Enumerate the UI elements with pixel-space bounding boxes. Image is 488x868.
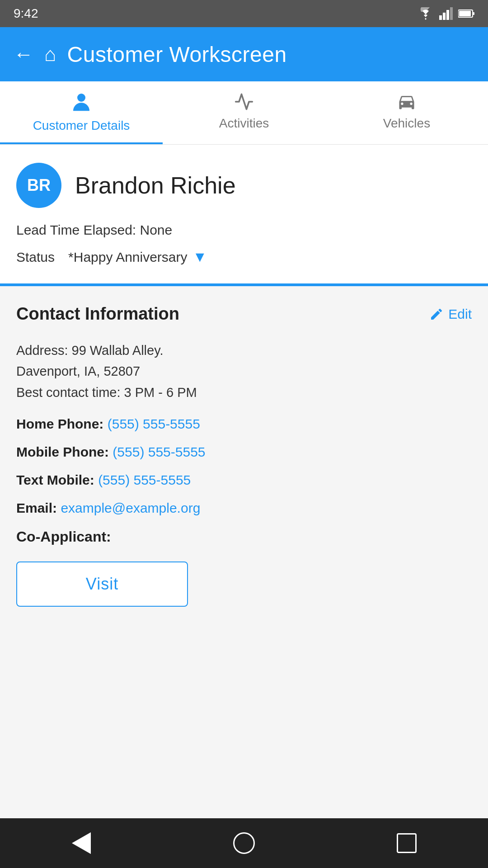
activity-icon <box>232 92 256 112</box>
email-label: Email: <box>16 500 57 515</box>
nav-recents-button[interactable] <box>389 825 425 861</box>
address-line-1: Address: 99 Wallab Alley. <box>16 340 472 361</box>
lead-time-elapsed: Lead Time Elapsed: None <box>16 222 472 238</box>
back-nav-icon <box>72 832 91 854</box>
status-label: Status <box>16 250 55 265</box>
svg-rect-5 <box>459 11 471 16</box>
text-mobile-value[interactable]: (555) 555-5555 <box>98 472 191 487</box>
customer-header: BR Brandon Richie Lead Time Elapsed: Non… <box>0 145 488 283</box>
customer-name: Brandon Richie <box>75 172 236 199</box>
text-mobile-label: Text Mobile: <box>16 472 94 487</box>
bottom-nav <box>0 818 488 868</box>
status-row: Status *Happy Anniversary ▼ <box>16 249 472 265</box>
svg-rect-1 <box>443 13 446 20</box>
home-phone-label: Home Phone: <box>16 416 103 431</box>
visit-button[interactable]: Visit <box>16 561 188 607</box>
nav-back-button[interactable] <box>63 825 99 861</box>
visit-button-label: Visit <box>86 575 118 594</box>
signal-icon <box>439 7 453 20</box>
edit-label: Edit <box>448 307 472 322</box>
home-nav-icon <box>233 832 255 854</box>
home-phone-value[interactable]: (555) 555-5555 <box>108 416 200 431</box>
pencil-icon <box>429 307 444 321</box>
mobile-phone-field: Mobile Phone: (555) 555-5555 <box>16 444 472 460</box>
svg-point-7 <box>77 94 85 102</box>
status-time: 9:42 <box>14 6 38 21</box>
address-block: Address: 99 Wallab Alley. Davenport, IA,… <box>16 340 472 403</box>
home-button[interactable]: ⌂ <box>44 43 56 66</box>
tab-activities[interactable]: Activities <box>163 81 325 144</box>
home-phone-field: Home Phone: (555) 555-5555 <box>16 416 472 432</box>
app-bar-title: Customer Workscreen <box>67 42 287 67</box>
tab-label-activities: Activities <box>219 116 269 131</box>
chevron-down-icon: ▼ <box>193 249 207 265</box>
svg-rect-2 <box>446 10 449 20</box>
car-icon <box>393 92 420 112</box>
tab-bar: Customer Details Activities Vehicles <box>0 81 488 145</box>
app-bar: ← ⌂ Customer Workscreen <box>0 27 488 81</box>
status-value: *Happy Anniversary <box>68 250 187 265</box>
recents-nav-icon <box>397 833 417 853</box>
back-button[interactable]: ← <box>14 43 33 66</box>
tab-customer-details[interactable]: Customer Details <box>0 81 163 144</box>
svg-rect-6 <box>473 12 474 15</box>
contact-info-title: Contact Information <box>16 304 179 324</box>
tab-label-vehicles: Vehicles <box>383 116 430 131</box>
battery-icon <box>458 9 474 18</box>
status-dropdown[interactable]: *Happy Anniversary ▼ <box>68 249 207 265</box>
contact-header: Contact Information Edit <box>16 304 472 324</box>
contact-section: Contact Information Edit Address: 99 Wal… <box>0 286 488 818</box>
mobile-phone-value[interactable]: (555) 555-5555 <box>113 444 205 459</box>
address-line-2: Davenport, IA, 52807 <box>16 361 472 382</box>
edit-button[interactable]: Edit <box>429 307 472 322</box>
customer-avatar: BR <box>16 163 61 208</box>
co-applicant-label: Co-Applicant: <box>16 528 472 545</box>
status-bar: 9:42 <box>0 0 488 27</box>
tab-vehicles[interactable]: Vehicles <box>325 81 488 144</box>
best-contact-time: Best contact time: 3 PM - 6 PM <box>16 382 472 403</box>
tab-label-customer-details: Customer Details <box>33 118 130 133</box>
text-mobile-field: Text Mobile: (555) 555-5555 <box>16 472 472 488</box>
email-field: Email: example@example.org <box>16 500 472 516</box>
nav-home-button[interactable] <box>226 825 262 861</box>
svg-rect-3 <box>450 7 453 20</box>
status-icons <box>418 7 474 20</box>
email-value[interactable]: example@example.org <box>61 500 200 515</box>
svg-rect-0 <box>439 15 442 20</box>
person-icon <box>69 90 94 114</box>
mobile-phone-label: Mobile Phone: <box>16 444 109 459</box>
wifi-icon <box>418 7 434 20</box>
